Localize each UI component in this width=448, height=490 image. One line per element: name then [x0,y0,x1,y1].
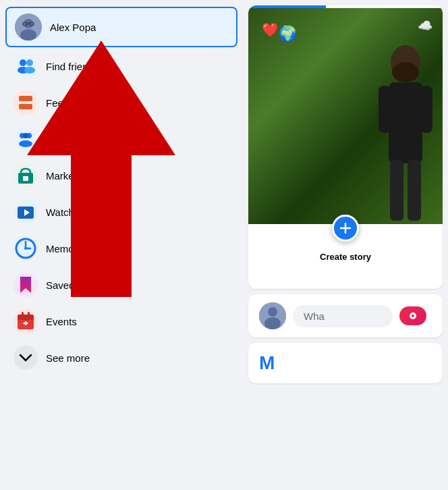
left-sidebar: Alex Popa Find friends Feeds [0,0,243,490]
sidebar-item-label: Feeds [46,97,74,109]
groups-icon [13,127,38,151]
svg-point-14 [23,133,28,138]
saved-icon [13,273,38,297]
sidebar-item-events[interactable]: Events [5,304,237,339]
svg-rect-34 [420,86,432,133]
svg-point-15 [19,140,32,147]
bottom-card-letter: M [259,352,275,374]
story-card: ❤️ 🌍 ☁️ [248,5,443,289]
sidebar-item-label: See more [46,352,90,364]
heart-sticker: ❤️ [262,22,279,38]
svg-rect-33 [379,86,391,133]
svg-rect-11 [19,104,32,109]
create-story-label: Create story [317,249,374,265]
sidebar-item-user-profile[interactable]: Alex Popa [5,7,237,47]
live-button[interactable] [399,306,426,325]
svg-rect-32 [389,82,422,163]
sidebar-item-watch[interactable]: Watch [5,194,237,229]
friends-icon [13,54,38,78]
svg-rect-10 [19,96,32,101]
create-story-button[interactable] [332,215,359,242]
sidebar-item-label: Watch [46,207,74,218]
bottom-card: M [248,343,443,383]
marketplace-icon [13,163,38,188]
svg-point-43 [412,315,414,317]
sidebar-item-groups[interactable]: Groups [5,121,237,157]
cloud-sticker: ☁️ [418,18,432,33]
svg-point-9 [24,67,35,74]
watch-icon [13,200,38,224]
person-figure [375,35,436,224]
svg-point-41 [264,317,281,329]
sidebar-item-label: Saved [46,279,75,291]
sidebar-item-memories[interactable]: Memories [5,231,237,266]
story-image: ❤️ 🌍 ☁️ [248,8,443,224]
svg-rect-26 [22,312,24,317]
svg-rect-17 [23,176,28,181]
user-avatar-small [259,302,286,329]
user-avatar [15,13,42,40]
sidebar-item-label: Events [46,316,77,327]
svg-rect-35 [390,160,403,221]
sidebar-item-marketplace[interactable]: Marketplace [5,158,237,193]
sidebar-item-saved[interactable]: Saved [5,267,237,302]
svg-point-8 [26,59,33,66]
sidebar-item-label: Marketplace [46,170,101,182]
sidebar-user-name: Alex Popa [50,22,96,33]
mind-placeholder: Wha [304,310,325,322]
sidebar-item-label: Groups [46,134,79,145]
svg-point-23 [24,247,27,250]
memories-icon [13,236,38,261]
chevron-down-icon [13,346,38,370]
sidebar-item-label: Find friends [46,61,99,72]
sidebar-item-label: Memories [46,243,90,254]
globe-sticker: 🌍 [279,25,297,43]
feeds-icon [13,90,38,115]
svg-point-6 [20,59,26,66]
whats-on-mind-card: Wha [248,294,443,337]
media-buttons [399,306,432,325]
sidebar-item-feeds[interactable]: Feeds [5,85,237,120]
sidebar-item-find-friends[interactable]: Find friends [5,49,237,84]
svg-rect-25 [18,315,34,320]
events-icon [13,309,38,333]
svg-point-40 [268,307,277,317]
whats-on-mind-input[interactable]: Wha [293,305,393,327]
svg-rect-36 [408,160,421,221]
right-panel: ❤️ 🌍 ☁️ [243,0,448,490]
svg-point-31 [392,62,419,82]
sidebar-item-see-more[interactable]: See more [5,340,237,375]
svg-rect-27 [28,312,30,317]
